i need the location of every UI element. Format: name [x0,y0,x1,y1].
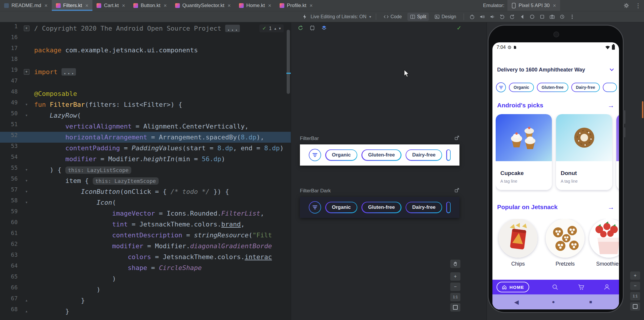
filter-chip-organic[interactable]: Organic [509,83,534,92]
code-line[interactable]: 51 verticalAlignment = Alignment.CenterV… [0,121,291,132]
volume-rocker-button[interactable] [623,110,625,124]
see-more-arrow[interactable]: → [608,101,614,109]
code-line[interactable]: 16 [0,34,291,45]
close-tab-icon[interactable]: × [268,3,271,8]
snack-card-cupcake[interactable]: Cupcake A tag line [496,114,552,190]
zoom-100-button[interactable]: 1:1 [450,293,461,301]
design-view-button[interactable]: Design [432,13,459,21]
snack-item-smoothies[interactable]: Smoothies [589,219,619,267]
close-tab-icon[interactable]: × [228,3,231,8]
tab-cart-kt[interactable]: Cart.kt × [92,0,129,11]
snack-card-donut[interactable]: Donut A tag line [556,114,612,190]
nav-profile-icon[interactable] [603,284,610,291]
line-number[interactable]: 53 [0,143,19,154]
snack-item-pretzels[interactable]: Pretzels [546,219,585,267]
line-number[interactable]: 52 [0,132,19,143]
line-number[interactable]: 58 [0,197,19,208]
inspections-widget[interactable]: ✓ 1 ▴ ▾ [259,24,284,32]
see-more-arrow[interactable]: → [608,203,614,211]
code-line[interactable]: 65 ) [0,273,291,284]
rotate-left-icon[interactable] [499,13,506,20]
volume-up-icon[interactable] [479,13,486,20]
nav-back-icon[interactable] [519,13,526,20]
build-refresh-icon[interactable] [298,25,303,31]
line-number[interactable]: 56 [0,175,19,186]
line-number[interactable]: 59 [0,208,19,219]
code-line[interactable]: 58▾ Icon( [0,197,291,208]
layers-icon[interactable] [321,25,327,31]
line-number[interactable]: 55 [0,164,19,175]
chevron-down-icon[interactable]: ▾ [369,15,371,19]
emulator-power-icon[interactable] [469,13,476,20]
line-number[interactable]: 49 [0,99,19,110]
tab-button-kt[interactable]: Button.kt × [129,0,171,11]
filter-chip-dairyfree[interactable]: Dairy-free [571,83,600,92]
nav-search-icon[interactable] [552,284,559,291]
line-number[interactable]: 57 [0,186,19,197]
code-line[interactable]: 59 imageVector = Icons.Rounded.FilterLis… [0,208,291,219]
nav-home-circle-icon[interactable] [529,13,536,20]
code-line[interactable]: 52 horizontalArrangement = Arrangement.s… [0,132,291,143]
gutter-fold-marker[interactable]: ▾ [19,175,34,186]
zoom-fit-button[interactable] [450,303,461,312]
line-number[interactable]: 68 [0,306,19,317]
close-tab-icon[interactable]: × [122,3,125,8]
code-line[interactable]: 53 contentPadding = PaddingValues(start … [0,143,291,154]
gutter-fold-marker[interactable]: ▾ [19,186,34,197]
screenshot-camera-icon[interactable] [549,13,556,20]
close-tab-icon[interactable]: × [310,3,313,8]
live-literals-toggle[interactable]: Live Editing of Literals: ON [311,14,366,19]
code-line[interactable]: 68▴ } [0,306,291,317]
line-number[interactable]: 18 [0,56,19,66]
filter-chip-glutenfree[interactable]: Gluten-free [537,83,568,92]
pan-tool-button[interactable] [450,259,461,268]
android-overview-button[interactable]: ■ [589,299,592,305]
snapshot-icon[interactable] [559,13,566,20]
gutter-fold-marker[interactable]: ▾ [19,197,34,208]
more-options-icon[interactable] [569,13,576,20]
code-line[interactable]: 66 ) [0,284,291,295]
editor-scrollbar[interactable] [287,30,290,94]
code-line[interactable]: 64 shape = CircleShape [0,262,291,273]
line-number[interactable]: 19 [0,66,19,77]
gutter-fold-marker[interactable]: ▾ [19,99,34,110]
nav-overview-icon[interactable] [539,13,546,20]
code-line[interactable]: 57▾ IconButton(onClick = { /* todo */ })… [0,186,291,197]
filters-button[interactable] [496,82,506,92]
line-number[interactable]: 48 [0,88,19,99]
tab-emulator-pixel5[interactable]: Pixel 5 API 30 × [507,0,560,11]
gutter-fold-marker[interactable]: + [19,66,34,77]
tab-filters-kt[interactable]: Filters.kt × [52,0,93,11]
zoom-out-button[interactable]: − [450,282,461,291]
gutter-fold-marker[interactable]: ▴ [19,295,34,306]
code-line[interactable]: 60 tint = JetsnackTheme.colors.brand, [0,219,291,230]
device-screen[interactable]: 7:04 Delivery to 1600 Amphitheater Way [492,42,619,309]
zoom-100-button[interactable]: 1:1 [630,292,640,301]
line-number[interactable]: 65 [0,273,19,284]
line-number[interactable]: 51 [0,121,19,132]
settings-gear-icon[interactable] [623,3,629,9]
line-number[interactable]: 62 [0,241,19,251]
line-number[interactable]: 16 [0,34,19,45]
power-side-button[interactable] [623,127,625,137]
snack-item-chips[interactable]: Chips [499,219,537,267]
line-number[interactable]: 61 [0,230,19,241]
gutter-fold-marker[interactable]: ▴ [19,306,34,317]
run-preview-icon[interactable] [454,188,459,194]
line-number[interactable]: 54 [0,154,19,164]
line-number[interactable]: 50 [0,110,19,121]
window-menu-icon[interactable]: ⋮ [635,2,641,9]
close-tab-icon[interactable]: × [164,3,167,8]
close-tab-icon[interactable]: × [553,3,556,8]
delivery-address-row[interactable]: Delivery to 1600 Amphitheater Way [492,65,619,74]
close-tab-icon[interactable]: × [85,3,89,8]
code-line[interactable]: 49▾fun FilterBar(filters: List<Filter>) … [0,99,291,110]
line-number[interactable]: 47 [0,77,19,88]
code-line[interactable]: 18 [0,56,291,66]
code-line[interactable]: 67▴ } [0,295,291,306]
ui-check-icon[interactable] [309,25,315,31]
code-editor[interactable]: 1+/ Copyright 2020 The Android Open Sour… [0,22,291,320]
code-line[interactable]: 63 colors = JetsnackTheme.colors.interac [0,251,291,262]
code-line[interactable]: 50▾ LazyRow( [0,110,291,121]
expand-address-icon[interactable] [609,68,614,71]
